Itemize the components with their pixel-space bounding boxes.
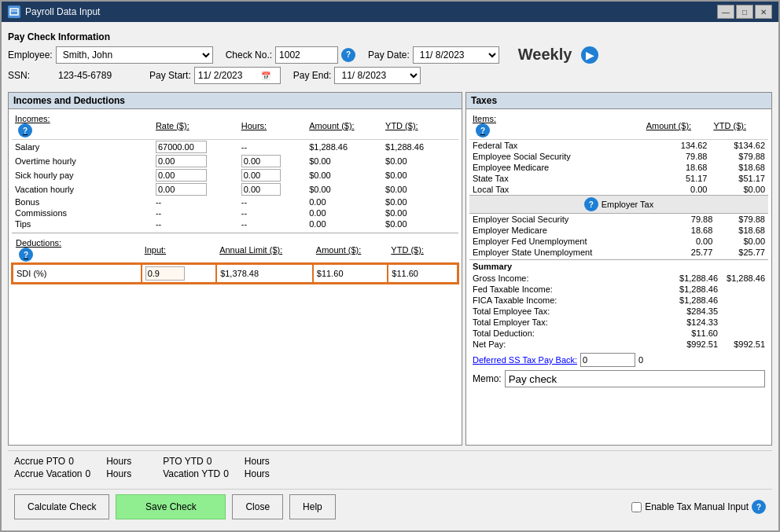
deferred-input[interactable] — [580, 353, 635, 367]
enable-tax-help-button[interactable]: ? — [752, 500, 766, 514]
income-hours[interactable] — [238, 168, 306, 182]
income-row: Salary -- $1,288.46 $1,288.46 — [12, 140, 458, 155]
deduction-input[interactable] — [142, 264, 216, 283]
income-ytd: $0.00 — [382, 207, 458, 218]
summary-label: Net Pay: — [473, 339, 663, 349]
checkno-group: Check No.: ? — [226, 46, 355, 64]
income-name: Salary — [12, 140, 153, 155]
accrue-vacation-value: 0 — [86, 468, 91, 479]
tax-name: Federal Tax — [469, 140, 643, 152]
nav-right-button[interactable]: ▶ — [581, 46, 598, 64]
income-hours-input[interactable] — [241, 169, 281, 182]
vacation-ytd-label: Vacation YTD — [163, 468, 220, 479]
payend-label: Pay End: — [293, 70, 332, 81]
income-row: Overtime hourly $0.00 $0.00 — [12, 154, 458, 168]
close-button[interactable]: ✕ — [755, 5, 772, 19]
deductions-label: Deductions: — [16, 238, 61, 248]
taxes-panel: Taxes Items: ? Amount ($): YTD ($): — [465, 92, 772, 446]
income-amount: $0.00 — [306, 154, 382, 168]
summary-row: Total Deduction: $11.60 — [473, 328, 765, 339]
income-rate[interactable] — [153, 140, 238, 155]
employer-tax-help-button[interactable]: ? — [584, 197, 598, 211]
tax-amount: 51.17 — [643, 173, 711, 184]
summary-val1: $284.35 — [663, 306, 718, 316]
income-name: Sick hourly pay — [12, 168, 153, 182]
income-row: Bonus -- -- 0.00 $0.00 — [12, 196, 458, 207]
deferred-link[interactable]: Deferred SS Tax Pay Back: — [473, 355, 577, 365]
deduction-amount: $11.60 — [313, 264, 388, 283]
incomes-help-button[interactable]: ? — [18, 123, 32, 138]
minimize-button[interactable]: — — [717, 5, 734, 19]
income-ytd: $0.00 — [382, 168, 458, 182]
employer-tax-amount: 25.77 — [671, 247, 716, 258]
items-label: Items: — [473, 114, 496, 123]
employee-tax-row: Employee Social Security 79.88 $79.88 — [469, 151, 768, 162]
ssn-group: SSN: 123-45-6789 — [8, 70, 112, 81]
income-hours-input[interactable] — [241, 183, 281, 196]
divider — [12, 233, 458, 233]
summary-label: Total Deduction: — [473, 328, 663, 338]
payend-select[interactable]: 11/ 8/2023 — [334, 67, 421, 84]
checkno-help-button[interactable]: ? — [341, 48, 355, 62]
summary-row: Total Employee Tax: $284.35 — [473, 306, 765, 317]
taxes-help-button[interactable]: ? — [476, 123, 490, 138]
deductions-annuallimit-header: Annual Limit ($): — [216, 237, 313, 264]
memo-label: Memo: — [473, 373, 502, 384]
income-rate-input[interactable] — [156, 183, 207, 196]
save-check-button[interactable]: Save Check — [116, 494, 226, 519]
summary-val2 — [718, 284, 765, 294]
maximize-button[interactable]: □ — [736, 5, 753, 19]
income-ytd: $0.00 — [382, 182, 458, 196]
summary-label: Fed Taxable Income: — [473, 284, 663, 294]
content-area: Pay Check Information Employee: Smith, J… — [2, 22, 778, 530]
income-hours-input[interactable] — [241, 155, 281, 167]
income-rate-input[interactable] — [156, 141, 207, 153]
income-rate-input[interactable] — [156, 169, 207, 182]
paydate-select[interactable]: 11/ 8/2023 — [413, 46, 499, 64]
income-rate[interactable] — [153, 182, 238, 196]
hours-label3: Hours — [245, 456, 270, 467]
pto-ytd-label: PTO YTD — [163, 456, 204, 467]
enable-tax-checkbox[interactable] — [631, 502, 642, 512]
income-row: Tips -- -- 0.00 $0.00 — [12, 218, 458, 229]
income-hours[interactable] — [238, 182, 306, 196]
employer-tax-name: Employer Medicare — [469, 225, 671, 236]
hours-label: Hours — [106, 456, 131, 467]
tax-amount: 79.88 — [643, 151, 711, 162]
checkno-label: Check No.: — [226, 50, 272, 61]
income-row: Vacation hourly $0.00 $0.00 — [12, 182, 458, 196]
checkno-input[interactable] — [275, 46, 338, 64]
employer-tax-name: Employer State Unemployment — [469, 247, 671, 258]
employer-tax-name: Employer Social Security — [469, 214, 671, 225]
amount-col-header: Amount ($): — [306, 112, 382, 140]
calendar-icon[interactable]: 📅 — [261, 72, 270, 80]
calculate-check-button[interactable]: Calculate Check — [14, 494, 109, 519]
help-button[interactable]: Help — [289, 494, 336, 519]
summary-val1: $11.60 — [663, 328, 718, 338]
paystart-input[interactable] — [198, 70, 261, 81]
deductions-help-button[interactable]: ? — [19, 248, 33, 262]
memo-input[interactable] — [505, 370, 765, 387]
paycheck-info-title: Pay Check Information — [8, 31, 772, 42]
hours-ytd-group: Hours Hours — [245, 456, 270, 479]
employee-select[interactable]: Smith, John — [56, 46, 213, 64]
income-amount: $1,288.46 — [306, 140, 382, 155]
taxes-table: Items: ? Amount ($): YTD ($): Federal Ta… — [469, 112, 768, 195]
employer-tax-name: Employer Fed Unemployment — [469, 236, 671, 247]
incomes-label: Incomes: — [15, 114, 50, 123]
income-rate-input[interactable] — [156, 155, 207, 167]
taxes-amount-header: Amount ($): — [643, 112, 711, 140]
employee-label: Employee: — [8, 50, 53, 61]
deduction-input-field[interactable] — [145, 266, 185, 281]
taxes-panel-title: Taxes — [466, 93, 771, 109]
summary-label: Total Employee Tax: — [473, 306, 663, 316]
income-rate[interactable] — [153, 168, 238, 182]
deduction-name: SDI (%) — [13, 264, 142, 283]
close-button[interactable]: Close — [232, 494, 283, 519]
income-name: Tips — [12, 218, 153, 229]
income-hours[interactable] — [238, 154, 306, 168]
income-name: Commissions — [12, 207, 153, 218]
employee-tax-row: Employee Medicare 18.68 $18.68 — [469, 162, 768, 173]
income-hours: -- — [238, 196, 306, 207]
income-rate[interactable] — [153, 154, 238, 168]
